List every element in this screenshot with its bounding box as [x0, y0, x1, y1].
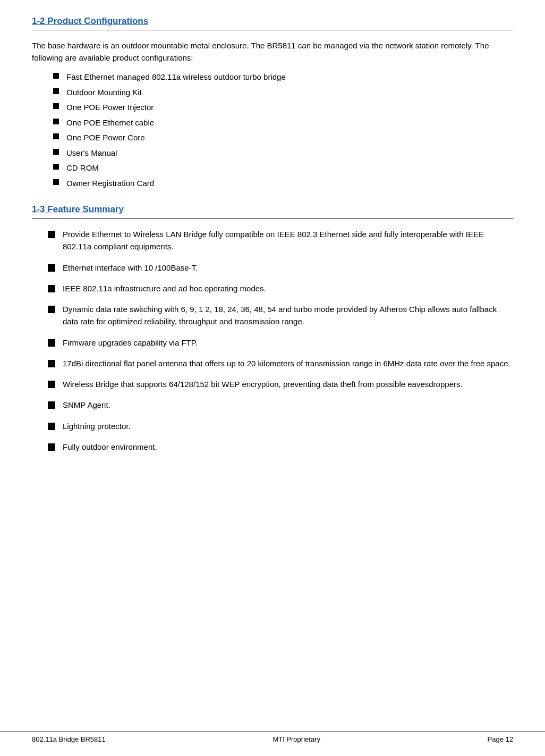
feature-item-text: Dynamic data rate switching with 6, 9, 1…	[63, 303, 513, 328]
bullet-icon	[53, 149, 59, 155]
feature-item-text: Provide Ethernet to Wireless LAN Bridge …	[63, 228, 513, 253]
list-item: Owner Registration Card	[53, 178, 513, 190]
list-item: Ethernet interface with 10 /100Base-T.	[48, 262, 513, 274]
footer-right: Page 12	[488, 735, 513, 743]
section2-title: 1-3 Feature Summary	[32, 204, 513, 215]
list-item-text: CD ROM	[66, 162, 99, 174]
section2-divider	[32, 218, 513, 219]
list-item-text: Fast Ethernet managed 802.11a wireless o…	[66, 71, 286, 83]
list-item-text: One POE Ethernet cable	[66, 117, 154, 129]
feature-item-text: SNMP Agent.	[63, 399, 513, 411]
bullet-icon	[48, 306, 55, 313]
list-item: Fully outdoor environment.	[48, 441, 513, 453]
feature-summary-list: Provide Ethernet to Wireless LAN Bridge …	[32, 228, 513, 453]
section1-divider	[32, 30, 513, 30]
feature-item-text: 17dBi directional flat panel antenna tha…	[63, 357, 513, 369]
bullet-icon	[48, 285, 55, 292]
feature-item-text: Ethernet interface with 10 /100Base-T.	[63, 262, 513, 274]
feature-item-text: IEEE 802.11a infrastructure and ad hoc o…	[63, 282, 513, 295]
bullet-icon	[53, 133, 59, 139]
section1-intro: The base hardware is an outdoor mountabl…	[32, 40, 513, 64]
bullet-icon	[48, 339, 55, 347]
list-item: User's Manual	[53, 147, 513, 159]
list-item: Dynamic data rate switching with 6, 9, 1…	[48, 303, 513, 328]
feature-item-text: Firmware upgrades capability via FTP.	[63, 337, 513, 349]
bullet-icon	[48, 231, 55, 238]
footer-left: 802.11a Bridge BR5811	[32, 735, 106, 743]
bullet-icon	[48, 264, 55, 272]
list-item-text: One POE Power Injector	[66, 102, 154, 114]
bullet-icon	[48, 401, 55, 409]
list-item-text: Outdoor Mounting Kit	[66, 87, 142, 99]
list-item: Firmware upgrades capability via FTP.	[48, 337, 513, 349]
list-item: IEEE 802.11a infrastructure and ad hoc o…	[48, 282, 513, 295]
list-item-text: One POE Power Core	[66, 132, 145, 144]
list-item: Lightning protector.	[48, 420, 513, 432]
list-item: CD ROM	[53, 162, 513, 174]
list-item: 17dBi directional flat panel antenna tha…	[48, 357, 513, 369]
bullet-icon	[48, 423, 55, 430]
list-item: Provide Ethernet to Wireless LAN Bridge …	[48, 228, 513, 253]
bullet-icon	[53, 119, 59, 124]
bullet-icon	[53, 164, 59, 170]
feature-item-text: Fully outdoor environment.	[63, 441, 513, 453]
footer: 802.11a Bridge BR5811 MTI Proprietary Pa…	[0, 732, 545, 743]
bullet-icon	[53, 73, 59, 79]
list-item: Fast Ethernet managed 802.11a wireless o…	[53, 71, 513, 83]
list-item: One POE Power Core	[53, 132, 513, 144]
bullet-icon	[48, 360, 55, 367]
footer-center: MTI Proprietary	[272, 735, 320, 743]
list-item: One POE Power Injector	[53, 102, 513, 114]
list-item: Wireless Bridge that supports 64/128/152…	[48, 378, 513, 390]
list-item: One POE Ethernet cable	[53, 117, 513, 129]
bullet-icon	[48, 443, 55, 451]
bullet-icon	[53, 88, 59, 94]
bullet-icon	[48, 381, 55, 388]
list-item: Outdoor Mounting Kit	[53, 87, 513, 99]
list-item: SNMP Agent.	[48, 399, 513, 411]
list-item-text: User's Manual	[66, 147, 117, 159]
section1-title: 1-2 Product Configurations	[32, 16, 513, 27]
feature-item-text: Lightning protector.	[63, 420, 513, 432]
product-config-list: Fast Ethernet managed 802.11a wireless o…	[32, 71, 513, 189]
list-item-text: Owner Registration Card	[66, 178, 154, 190]
feature-item-text: Wireless Bridge that supports 64/128/152…	[63, 378, 513, 390]
bullet-icon	[53, 103, 59, 109]
bullet-icon	[53, 179, 59, 185]
